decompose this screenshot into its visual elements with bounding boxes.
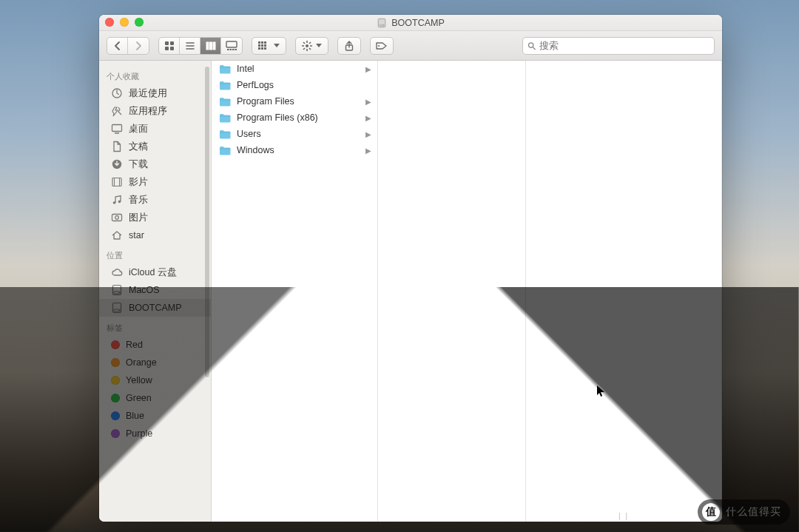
sidebar-item[interactable]: Green <box>99 389 211 407</box>
sidebar-item[interactable]: 图片 <box>99 209 211 226</box>
sidebar-item[interactable]: 应用程序 <box>99 102 211 120</box>
svg-point-37 <box>378 44 380 46</box>
sidebar-item[interactable]: star <box>99 226 211 244</box>
svg-rect-25 <box>261 47 263 50</box>
sidebar-item[interactable]: 最近使用 <box>99 84 211 102</box>
desktop-icon <box>111 123 123 135</box>
sidebar-item[interactable]: MacOS <box>99 281 211 299</box>
sidebar-item[interactable]: Yellow <box>99 371 211 389</box>
sidebar-section-title: 位置 <box>99 244 211 263</box>
svg-rect-49 <box>112 215 122 221</box>
sidebar-section-title: 标签 <box>99 317 211 336</box>
folder-icon <box>219 113 231 123</box>
file-row[interactable]: Program Files▶ <box>212 93 377 110</box>
sidebar-item[interactable]: 下载 <box>99 155 211 173</box>
movie-icon <box>111 176 123 188</box>
sidebar-item-label: Orange <box>126 357 157 368</box>
home-icon <box>111 229 123 241</box>
svg-point-48 <box>118 201 121 203</box>
svg-point-27 <box>306 44 309 47</box>
svg-rect-26 <box>264 47 266 50</box>
music-icon <box>111 194 123 206</box>
svg-point-47 <box>113 201 116 204</box>
photo-icon <box>111 212 123 223</box>
folder-icon <box>219 97 231 107</box>
sidebar-item-label: Yellow <box>126 375 152 385</box>
disclosure-arrow-icon: ▶ <box>365 98 371 106</box>
view-icons-button[interactable] <box>159 38 180 54</box>
file-row[interactable]: PerfLogs <box>212 77 377 93</box>
window-title: BOOTCAMP <box>377 18 445 28</box>
tag-dot-icon <box>111 376 120 385</box>
svg-rect-24 <box>258 47 260 50</box>
sidebar-item[interactable]: iCloud 云盘 <box>99 263 211 281</box>
tag-dot-icon <box>111 411 120 420</box>
back-button[interactable] <box>107 38 128 54</box>
close-button[interactable] <box>105 18 114 27</box>
arrange-menu[interactable] <box>252 37 286 55</box>
file-row[interactable]: Program Files (x86)▶ <box>212 110 377 126</box>
sidebar[interactable]: 个人收藏最近使用应用程序桌面文稿下载影片音乐图片star位置iCloud 云盘M… <box>99 61 212 522</box>
file-name: Windows <box>237 145 360 155</box>
sidebar-item[interactable]: 桌面 <box>99 120 211 138</box>
action-menu[interactable] <box>295 37 328 55</box>
svg-point-53 <box>118 292 120 294</box>
file-name: Users <box>237 129 360 139</box>
clock-icon <box>111 87 123 99</box>
svg-rect-14 <box>227 49 229 50</box>
sidebar-item[interactable]: Orange <box>99 354 211 371</box>
sidebar-item-label: Green <box>126 393 152 403</box>
watermark-text: 什么值得买 <box>726 505 781 519</box>
zoom-button[interactable] <box>135 18 144 27</box>
sidebar-item-label: BOOTCAMP <box>129 303 182 313</box>
window-controls <box>105 18 144 27</box>
scrollbar[interactable] <box>205 67 209 377</box>
download-icon <box>111 158 123 170</box>
forward-button[interactable] <box>128 38 149 54</box>
column-1[interactable]: Intel▶PerfLogsProgram Files▶Program File… <box>212 61 378 522</box>
column-resize-grip[interactable]: | | <box>618 512 629 520</box>
nav-buttons <box>107 37 149 55</box>
tag-icon <box>376 41 388 50</box>
disclosure-arrow-icon: ▶ <box>365 147 371 155</box>
search-input[interactable] <box>539 41 709 51</box>
svg-rect-11 <box>209 42 212 50</box>
column-2[interactable] <box>378 61 526 522</box>
svg-rect-21 <box>258 44 260 47</box>
file-name: Intel <box>237 64 360 74</box>
doc-icon <box>111 141 123 152</box>
sidebar-item-label: 下载 <box>129 158 148 171</box>
view-list-button[interactable] <box>180 38 200 54</box>
window-title-text: BOOTCAMP <box>391 18 445 28</box>
search-field[interactable] <box>522 37 715 55</box>
volume-icon <box>377 18 387 28</box>
file-row[interactable]: Windows▶ <box>212 142 377 158</box>
view-columns-button[interactable] <box>200 38 221 54</box>
sidebar-item[interactable]: 音乐 <box>99 191 211 209</box>
file-row[interactable]: Users▶ <box>212 126 377 142</box>
sidebar-item[interactable]: Blue <box>99 407 211 425</box>
sidebar-item-label: 最近使用 <box>129 87 167 100</box>
folder-icon <box>219 81 231 90</box>
file-name: PerfLogs <box>237 80 371 90</box>
view-gallery-button[interactable] <box>221 38 242 54</box>
tags-button[interactable] <box>370 37 394 55</box>
folder-icon <box>219 64 231 74</box>
sidebar-item[interactable]: Red <box>99 336 211 354</box>
svg-rect-17 <box>235 49 237 50</box>
svg-rect-44 <box>112 178 121 186</box>
titlebar[interactable]: BOOTCAMP <box>99 15 722 31</box>
sidebar-item[interactable]: BOOTCAMP <box>99 299 211 317</box>
sidebar-item[interactable]: 影片 <box>99 173 211 191</box>
folder-icon <box>219 146 231 155</box>
sidebar-item[interactable]: Purple <box>99 425 211 442</box>
sidebar-item[interactable]: 文稿 <box>99 138 211 155</box>
share-button[interactable] <box>337 37 361 55</box>
svg-rect-22 <box>261 44 263 47</box>
toolbar <box>99 31 722 61</box>
column-3[interactable]: | | <box>526 61 722 522</box>
file-row[interactable]: Intel▶ <box>212 61 377 77</box>
minimize-button[interactable] <box>120 18 129 27</box>
disclosure-arrow-icon: ▶ <box>365 114 371 122</box>
sidebar-item-label: 音乐 <box>129 194 148 206</box>
